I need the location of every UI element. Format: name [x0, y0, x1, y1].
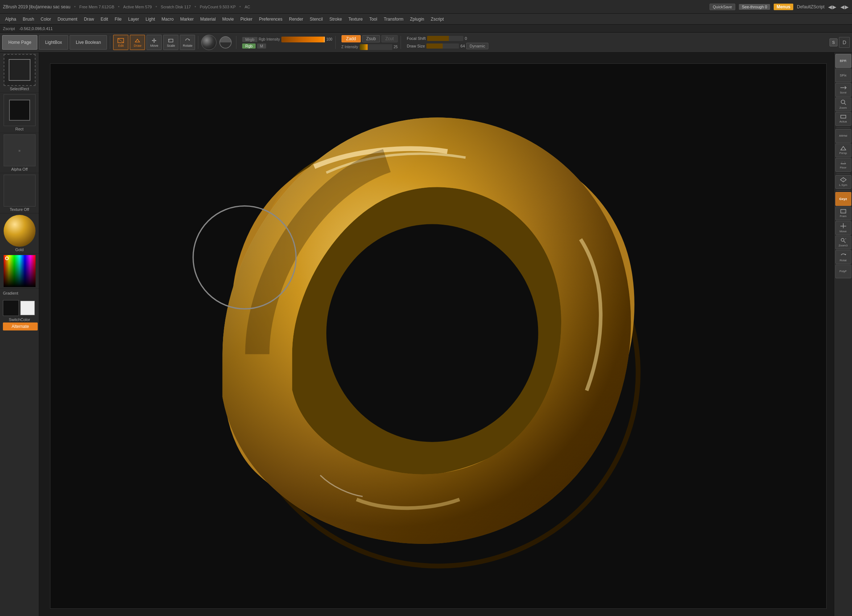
viewport[interactable] [50, 63, 826, 609]
dark-color-swatch[interactable] [3, 300, 19, 316]
draw-tool-button[interactable]: Draw [130, 35, 145, 50]
app-title: ZBrush 2019 [ibu]anneau sac seau [3, 5, 70, 9]
menu-layer[interactable]: Layer [125, 16, 142, 23]
lsym-button[interactable]: L.Sym [835, 175, 851, 189]
gold-sphere-preview [4, 215, 36, 247]
menu-zscript[interactable]: Zscript [428, 16, 447, 23]
mrgb-button[interactable]: Mrgb [242, 37, 257, 42]
alpha-off-label: Alpha Off [11, 167, 28, 172]
color-picker-item[interactable] [0, 254, 39, 289]
rgb-button[interactable]: Rgb [242, 44, 255, 48]
frame-icon [840, 209, 847, 214]
rotate-3d-button[interactable]: Rotat [835, 250, 851, 264]
m-button[interactable]: M [257, 44, 266, 48]
select-rect-item[interactable]: SelectRect [0, 53, 39, 93]
s-button[interactable]: S [829, 38, 837, 47]
texture-off-preview [4, 175, 36, 206]
aahal-button[interactable]: AAHal [835, 129, 851, 143]
menu-bar: Alpha Brush Color Document Draw Edit Fil… [0, 14, 852, 25]
zoom-button[interactable]: Zoom [835, 98, 851, 111]
light-color-swatch[interactable] [20, 301, 35, 315]
menu-material[interactable]: Material [197, 16, 219, 23]
gold-label: Gold [15, 247, 24, 252]
texture-off-label: Texture Off [10, 207, 29, 212]
color-picker-preview[interactable] [4, 255, 36, 287]
menu-alpha[interactable]: Alpha [2, 16, 19, 23]
canvas-area[interactable] [39, 53, 834, 616]
rotate3d-icon [840, 252, 847, 258]
rotate-tool-button[interactable]: Rotate [180, 35, 195, 50]
live-boolean-button[interactable]: Live Boolean [69, 35, 107, 50]
half-sphere-icon[interactable] [218, 35, 233, 50]
menu-draw[interactable]: Draw [81, 16, 97, 23]
z-intensity-slider[interactable] [360, 44, 392, 50]
edit-tool-button[interactable]: Edit [113, 35, 128, 50]
actual-button[interactable]: Actua [835, 112, 851, 126]
zcut-button[interactable]: Zcut [381, 35, 398, 42]
default-zscript: DefaultZScript [797, 5, 825, 9]
menu-macro[interactable]: Macro [159, 16, 177, 23]
alpha-off-preview: ■ [4, 134, 36, 166]
rgb-intensity-slider[interactable] [281, 36, 325, 42]
viewport-svg [50, 64, 826, 608]
spix-button[interactable]: SPix [835, 68, 851, 82]
zoom3-button[interactable]: Zoom3 [835, 235, 851, 249]
menu-marker[interactable]: Marker [177, 16, 196, 23]
lightbox-button[interactable]: LightBox [39, 35, 68, 50]
poly-count: PolyCount 9.503 KP [200, 5, 236, 9]
nav-arrows[interactable]: ◀▶ [828, 4, 837, 10]
menu-zplugin[interactable]: Zplugin [407, 16, 427, 23]
menu-brush[interactable]: Brush [20, 16, 37, 23]
menu-texture[interactable]: Texture [346, 16, 366, 23]
menu-stencil[interactable]: Stencil [307, 16, 326, 23]
quick-save-button[interactable]: QuickSave [710, 4, 735, 10]
menu-edit[interactable]: Edit [98, 16, 111, 23]
menu-render[interactable]: Render [286, 16, 306, 23]
zadd-button[interactable]: Zadd [341, 35, 361, 42]
gxyz-button[interactable]: Gxyz [835, 192, 851, 206]
menu-transform[interactable]: Transform [381, 16, 406, 23]
menu-picker[interactable]: Picker [237, 16, 255, 23]
floor-button[interactable]: Floor [835, 158, 851, 172]
alternate-button[interactable]: Alternate [3, 322, 38, 330]
menu-movie[interactable]: Movie [219, 16, 237, 23]
menu-file[interactable]: File [112, 16, 124, 23]
see-through-button[interactable]: See-through 0 [739, 4, 770, 10]
scroll-button[interactable]: Scrol [835, 83, 851, 97]
draw-size-slider[interactable] [426, 44, 459, 48]
right-divider-1 [837, 127, 850, 128]
zsub-button[interactable]: Zsub [362, 35, 380, 42]
scale-tool-button[interactable]: Scale [163, 35, 178, 50]
frame-button[interactable]: Fram [835, 206, 851, 220]
top-toolbar: Home Page LightBox Live Boolean Edit Dra… [0, 33, 852, 53]
alpha-off-item[interactable]: ■ Alpha Off [0, 133, 39, 173]
svg-marker-4 [152, 40, 153, 41]
d-button[interactable]: D [839, 37, 850, 48]
menu-preferences[interactable]: Preferences [256, 16, 286, 23]
menus-button[interactable]: Menus [774, 4, 793, 10]
menu-document[interactable]: Document [55, 16, 80, 23]
dynamic-button[interactable]: Dynamic [466, 43, 488, 49]
menu-tool[interactable]: Tool [366, 16, 380, 23]
polyf-button[interactable]: PolyF [835, 265, 851, 278]
nav-arrows-2[interactable]: ◀▶ [840, 4, 849, 10]
gold-material-item[interactable]: Gold [0, 214, 39, 254]
menu-stroke[interactable]: Stroke [326, 16, 345, 23]
move-3d-button[interactable]: Move [835, 221, 851, 235]
right-sidebar: BPR SPix Scrol Zoom Actua AAHal Persp Fl… [834, 53, 852, 616]
rect-item[interactable]: Rect [0, 93, 39, 133]
move-tool-button[interactable]: Move [147, 35, 162, 50]
scroll-icon [840, 85, 847, 90]
brush-sphere-preview[interactable] [201, 35, 216, 50]
bpr-button[interactable]: BPR [835, 54, 851, 68]
svg-rect-16 [841, 115, 846, 118]
menu-color[interactable]: Color [38, 16, 54, 23]
move3d-icon [840, 223, 847, 229]
divider-4 [335, 36, 336, 49]
rgb-intensity-container: Rgb Intensity 100 [259, 36, 332, 42]
focal-shift-slider[interactable] [427, 36, 463, 41]
menu-light[interactable]: Light [143, 16, 158, 23]
persp-button[interactable]: Persp [835, 143, 851, 157]
home-page-button[interactable]: Home Page [2, 35, 37, 50]
texture-off-item[interactable]: Texture Off [0, 173, 39, 214]
